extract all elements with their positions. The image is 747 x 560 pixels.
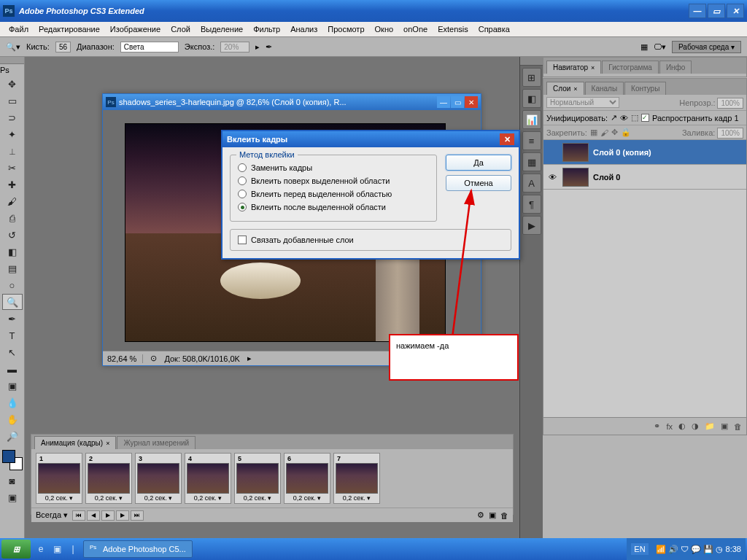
tray-net-icon[interactable]: 📶 [656, 545, 666, 554]
adjust-icon[interactable]: ◑ [692, 421, 699, 431]
rewind-icon[interactable]: ⏮ [72, 510, 85, 521]
tab-Навигатор[interactable]: Навигатор× [546, 61, 601, 74]
brush-tool[interactable]: 🖌 [2, 193, 23, 209]
notes-tool[interactable]: ▣ [2, 378, 23, 394]
lock-all-icon[interactable]: 🔒 [621, 128, 631, 137]
paste-option-1[interactable]: Вклеить поверх выделенной области [238, 174, 429, 187]
slice-tool[interactable]: ✂ [2, 160, 23, 176]
tab-Слои[interactable]: Слои× [546, 82, 584, 95]
wand-tool[interactable]: ✦ [2, 126, 23, 142]
range-select[interactable]: Света [120, 42, 179, 52]
play-icon[interactable]: ▶ [101, 510, 115, 521]
frame-delay[interactable]: 0,2 сек. ▾ [88, 494, 130, 502]
taskbar-app-button[interactable]: Ps Adobe Photoshop C5... [83, 540, 193, 558]
screenmode-icon[interactable]: ▣ [2, 489, 23, 505]
blur-tool[interactable]: ○ [2, 277, 23, 293]
color-swatches[interactable] [0, 448, 24, 472]
histogram-icon[interactable]: 📊 [522, 110, 541, 129]
link-layers-checkbox-row[interactable]: Связать добавленные слои [230, 229, 511, 251]
frame-delay[interactable]: 0,2 сек. ▾ [38, 494, 80, 502]
link-layers-checkbox[interactable] [238, 236, 247, 244]
unify-style-icon[interactable]: ⬚ [631, 113, 638, 122]
tween-icon[interactable]: ⚙ [477, 510, 484, 520]
radio-icon[interactable] [238, 176, 247, 185]
ql-ie-icon[interactable]: e [34, 541, 48, 557]
opacity-value[interactable]: 100% [717, 98, 743, 109]
marquee-tool[interactable]: ▭ [2, 93, 23, 109]
tab-Инфо[interactable]: Инфо [659, 61, 692, 74]
doc-close-icon[interactable]: ✕ [465, 96, 478, 108]
visibility-icon[interactable]: 👁 [546, 173, 558, 182]
frame-delay[interactable]: 0,2 сек. ▾ [236, 494, 279, 502]
menu-extensis[interactable]: Extensis [433, 23, 473, 35]
doc-minimize-icon[interactable]: — [437, 96, 450, 108]
next-frame-icon[interactable]: ▶ [116, 510, 129, 521]
shape-tool[interactable]: ▬ [2, 361, 23, 377]
menu-изображение[interactable]: Изображение [106, 23, 165, 35]
tray-msg-icon[interactable]: 💬 [691, 545, 701, 554]
doc-maximize-icon[interactable]: ▭ [451, 96, 464, 108]
fill-value[interactable]: 100% [717, 128, 743, 139]
animation-frame[interactable]: 60,2 сек. ▾ [284, 453, 330, 504]
layer-thumb[interactable] [562, 143, 589, 162]
new-layer-icon[interactable]: ▣ [721, 421, 728, 431]
lang-indicator[interactable]: EN [631, 543, 648, 555]
fg-color[interactable] [2, 450, 15, 463]
lasso-tool[interactable]: ⊃ [2, 109, 23, 125]
doc-info-icon[interactable]: ⊙ [150, 354, 157, 363]
unify-pos-icon[interactable]: ↗ [611, 113, 617, 122]
tab-Контуры[interactable]: Контуры [624, 82, 666, 95]
airbrush-icon[interactable]: ✒ [266, 42, 272, 52]
tab-Журнал измерений[interactable]: Журнал измерений [117, 436, 196, 449]
menu-выделение[interactable]: Выделение [196, 23, 247, 35]
frame-delay[interactable]: 0,2 сек. ▾ [336, 494, 378, 502]
blend-mode-select[interactable]: Нормальный [546, 97, 619, 108]
frame-delay[interactable]: 0,2 сек. ▾ [137, 494, 179, 502]
tab-Анимация (кадры)[interactable]: Анимация (кадры)× [34, 436, 116, 449]
exposure-arrow-icon[interactable]: ▸ [255, 42, 260, 52]
radio-icon[interactable] [238, 163, 247, 172]
gradient-tool[interactable]: ▤ [2, 260, 23, 276]
radio-icon[interactable] [238, 190, 247, 198]
menu-просмотр[interactable]: Просмотр [323, 23, 368, 35]
dodge-tool-icon[interactable]: 🔍▾ [6, 42, 20, 52]
brush-size[interactable]: 56 [55, 42, 71, 52]
dialog-titlebar[interactable]: Вклеить кадры ✕ [222, 131, 519, 147]
paste-option-3[interactable]: Вклеить после выделенной области [238, 201, 429, 214]
group-icon[interactable]: 📁 [705, 421, 715, 431]
menu-окно[interactable]: Окно [371, 23, 398, 35]
dialog-close-icon[interactable]: ✕ [500, 133, 514, 145]
type-tool[interactable]: T [2, 327, 23, 343]
character-icon[interactable]: A [522, 174, 541, 192]
trash-icon[interactable]: 🗑 [734, 422, 742, 431]
layers-icon[interactable]: ≡ [522, 131, 541, 150]
zoom-value[interactable]: 82,64 % [107, 354, 143, 363]
minimize-button[interactable]: — [689, 4, 706, 18]
document-titlebar[interactable]: Ps shadows_series_3-harlequin.jpg @ 82,6… [103, 94, 481, 110]
loop-select[interactable]: Всегда ▾ [36, 510, 68, 520]
frame-delay[interactable]: 0,2 сек. ▾ [187, 494, 229, 502]
fx-icon[interactable]: fx [666, 422, 673, 431]
menu-слой[interactable]: Слой [166, 23, 195, 35]
history-brush-tool[interactable]: ↺ [2, 227, 23, 243]
path-tool[interactable]: ↖ [2, 344, 23, 360]
animation-frame[interactable]: 50,2 сек. ▾ [234, 453, 281, 504]
screen-mode-icon[interactable]: 🖵▾ [654, 42, 666, 52]
prev-frame-icon[interactable]: ◀ [87, 510, 100, 521]
animation-frame[interactable]: 70,2 сек. ▾ [333, 453, 380, 504]
layer-thumb[interactable] [562, 168, 589, 187]
frame-delay[interactable]: 0,2 сек. ▾ [286, 494, 328, 502]
menu-анализ[interactable]: Анализ [286, 23, 322, 35]
layer-row[interactable]: 👁Слой 0 [543, 165, 746, 190]
layer-row[interactable]: Слой 0 (копия) [543, 140, 746, 165]
strip-grip[interactable] [520, 57, 543, 66]
tray-vol-icon[interactable]: 🔊 [668, 545, 678, 554]
move-tool[interactable]: ✥ [2, 76, 23, 92]
cancel-button[interactable]: Отмена [446, 175, 511, 191]
animation-frame[interactable]: 40,2 сек. ▾ [185, 453, 231, 504]
menu-справка[interactable]: Справка [474, 23, 514, 35]
animation-frame[interactable]: 10,2 сек. ▾ [36, 453, 82, 504]
tab-Каналы[interactable]: Каналы [585, 82, 624, 95]
menu-файл[interactable]: Файл [4, 23, 33, 35]
tray-disk-icon[interactable]: 💾 [703, 545, 713, 554]
